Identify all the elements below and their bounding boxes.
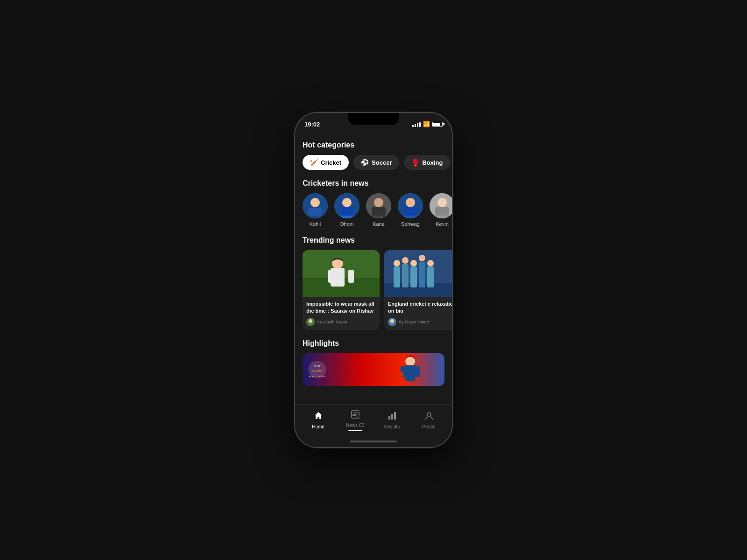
svg-point-13 <box>406 198 415 207</box>
cricketers-scroll[interactable]: Kohli Dhoni <box>295 193 452 227</box>
nav-item-home[interactable]: Home <box>300 409 337 431</box>
svg-text:WORLD CUP 2019: WORLD CUP 2019 <box>309 375 326 378</box>
svg-text:60: 60 <box>357 416 359 419</box>
notch <box>348 113 399 125</box>
battery-icon <box>432 122 443 127</box>
cricketer-sehwag[interactable]: Sehwag <box>398 193 423 227</box>
cricketer-name-dhoni: Dhoni <box>340 221 354 227</box>
boxing-icon: 🥊 <box>411 159 419 166</box>
categories-scroll[interactable]: 🏏 Cricket ⚽ Soccer 🥊 Boxing <box>295 155 452 170</box>
category-chip-boxing[interactable]: 🥊 Boxing <box>404 155 450 170</box>
author-name-2: By Mayur Tando <box>399 320 429 324</box>
svg-point-41 <box>390 319 394 323</box>
cricketer-kohli[interactable]: Kohli <box>303 193 328 227</box>
author-avatar-2 <box>388 318 396 326</box>
avatar-dhoni <box>334 193 359 218</box>
svg-point-38 <box>419 255 425 261</box>
news-card-2[interactable]: England cricket c relaxation on bio By M… <box>384 250 452 330</box>
svg-rect-25 <box>348 270 354 283</box>
category-label-boxing: Boxing <box>422 159 443 166</box>
svg-point-9 <box>374 198 383 207</box>
phone-bottom <box>295 436 452 447</box>
category-chip-cricket[interactable]: 🏏 Cricket <box>303 155 349 170</box>
nav-label-profile: Profile <box>422 424 435 429</box>
svg-rect-24 <box>328 270 334 283</box>
svg-rect-19 <box>435 207 449 216</box>
home-icon <box>314 411 323 423</box>
category-chip-soccer[interactable]: ⚽ Soccer <box>353 155 399 170</box>
scroll-content[interactable]: Hot categories 🏏 Cricket ⚽ Soccer 🥊 Boxi… <box>295 135 452 404</box>
status-time: 19:02 <box>304 121 320 128</box>
nav-label-news60: News 60 <box>346 423 364 428</box>
status-icons: 📶 <box>412 121 443 127</box>
svg-rect-53 <box>352 413 358 413</box>
svg-point-39 <box>427 260 434 266</box>
category-label-cricket: Cricket <box>321 159 341 166</box>
svg-rect-54 <box>352 414 357 415</box>
phone-shell: 19:02 📶 Hot categories 🏏 Cr <box>294 112 453 448</box>
svg-rect-15 <box>403 207 417 216</box>
cricketer-kevin[interactable]: Kevin <box>430 193 452 227</box>
svg-point-36 <box>402 257 409 264</box>
news-cards-scroll[interactable]: Impossible to wear mask all the time : S… <box>295 250 452 330</box>
cricketer-name-kane: Kane <box>373 221 385 227</box>
svg-point-37 <box>410 260 417 266</box>
nav-label-home: Home <box>312 424 324 429</box>
category-label-soccer: Soccer <box>372 159 392 166</box>
news-card-image-2 <box>384 250 452 297</box>
hot-categories-title: Hot categories <box>295 141 452 149</box>
nav-item-results[interactable]: Results <box>374 409 410 431</box>
cricketers-title: Cricketers in news <box>295 179 452 188</box>
cricketer-name-kohli: Kohli <box>310 221 321 227</box>
news-card-1[interactable]: Impossible to wear mask all the time : S… <box>303 250 380 330</box>
svg-point-5 <box>342 198 352 207</box>
bottom-nav: Home 60 News 60 <box>295 404 452 436</box>
svg-rect-58 <box>388 416 390 420</box>
news-card-title-1: Impossible to wear mask all the time : S… <box>306 301 376 315</box>
soccer-icon: ⚽ <box>361 159 369 166</box>
cricketer-dhoni[interactable]: Dhoni <box>334 193 359 227</box>
profile-icon <box>424 411 434 423</box>
hot-categories-section: Hot categories 🏏 Cricket ⚽ Soccer 🥊 Boxi… <box>295 141 452 170</box>
avatar-kevin <box>430 193 452 218</box>
news60-active-bar <box>348 430 362 431</box>
news-card-body-2: England cricket c relaxation on bio By M… <box>384 297 452 330</box>
svg-text:CRICKET: CRICKET <box>312 370 323 372</box>
status-bar: 19:02 📶 <box>295 113 452 135</box>
avatar-kohli <box>303 193 328 218</box>
svg-rect-33 <box>419 262 425 287</box>
nav-item-news60[interactable]: 60 News 60 <box>337 408 374 433</box>
highlights-title: Highlights <box>295 339 452 348</box>
phone-screen: Hot categories 🏏 Cricket ⚽ Soccer 🥊 Boxi… <box>295 135 452 436</box>
svg-rect-34 <box>427 266 434 287</box>
news-author-1: By Akash Gupta <box>306 318 376 326</box>
highlights-section: Highlights <box>295 339 452 386</box>
svg-rect-32 <box>410 266 417 287</box>
svg-text:ICC: ICC <box>314 364 320 368</box>
trending-section: Trending news <box>295 236 452 330</box>
news-card-title-2: England cricket c relaxation on bio <box>388 301 452 315</box>
nav-item-profile[interactable]: Profile <box>410 409 447 431</box>
svg-point-1 <box>310 198 320 207</box>
svg-rect-11 <box>372 207 386 216</box>
svg-rect-50 <box>414 366 420 377</box>
svg-rect-55 <box>352 415 356 416</box>
news-card-image-1 <box>303 250 380 297</box>
svg-rect-48 <box>405 365 415 381</box>
trending-title: Trending news <box>295 236 452 245</box>
cricketer-kane[interactable]: Kane <box>366 193 391 227</box>
nav-label-results: Results <box>384 424 400 429</box>
svg-point-27 <box>309 319 312 323</box>
avatar-kane <box>366 193 391 218</box>
svg-rect-59 <box>391 414 393 420</box>
svg-point-61 <box>427 413 431 416</box>
author-avatar-1 <box>306 318 315 326</box>
svg-rect-31 <box>402 264 409 287</box>
cricketer-name-sehwag: Sehwag <box>401 221 420 227</box>
wifi-icon: 📶 <box>423 121 430 127</box>
news60-icon: 60 <box>351 410 360 421</box>
cricket-icon: 🏏 <box>310 159 318 166</box>
svg-rect-60 <box>394 412 396 420</box>
highlights-banner[interactable]: ICC CRICKET WORLD CUP 2019 <box>303 353 444 386</box>
results-icon <box>388 411 397 423</box>
